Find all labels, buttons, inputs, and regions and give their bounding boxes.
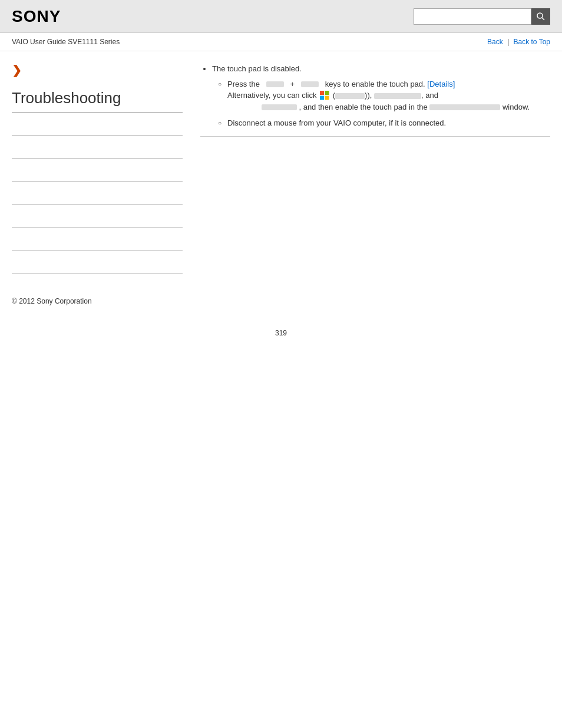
svg-rect-5 [325,95,329,100]
svg-line-1 [542,18,544,20]
back-to-top-link[interactable]: Back to Top [514,38,550,46]
back-link[interactable]: Back [487,38,503,46]
guide-title: VAIO User Guide SVE1111 Series [12,38,120,46]
sidebar-link[interactable] [12,258,183,266]
svg-rect-3 [325,91,329,95]
bullet1-text: The touch pad is disabled. [212,64,302,73]
sub1-alt4-text: , and then enable the touch pad in the w… [227,103,530,111]
sub-list: Press the + keys to enable the touch pad… [212,78,550,129]
list-item: The touch pad is disabled. Press the + k… [212,63,550,129]
footer: © 2012 Sony Corporation [0,285,562,317]
page-number: 319 [0,317,562,349]
sidebar-links [12,113,183,274]
content-divider [200,136,550,137]
sub-list-item-2: Disconnect a mouse from your VAIO comput… [218,117,550,129]
list-item[interactable] [12,182,183,205]
chevron-right-icon: ❯ [12,63,183,77]
header: SONY [0,0,562,33]
search-area [414,8,550,25]
list-item[interactable] [12,159,183,182]
sony-logo: SONY [12,7,61,26]
sidebar-link[interactable] [12,120,183,128]
search-button[interactable] [531,8,550,25]
svg-point-0 [537,13,543,18]
search-input[interactable] [414,8,531,25]
sidebar-link[interactable] [12,143,183,151]
nav-bar: VAIO User Guide SVE1111 Series Back | Ba… [0,33,562,51]
sidebar-link[interactable] [12,166,183,174]
svg-rect-4 [320,95,324,100]
sub1-text: Press the + keys to enable the touch pad… [227,80,427,88]
nav-links: Back | Back to Top [487,38,550,46]
sidebar-link[interactable] [12,189,183,197]
sidebar-title: Troubleshooting [12,89,183,113]
list-item[interactable] [12,228,183,251]
sidebar-link[interactable] [12,212,183,220]
list-item[interactable] [12,113,183,136]
content-area: ❯ Troubleshooting The touch pad is disab… [0,51,562,285]
details-link[interactable]: [Details] [427,80,455,88]
main-content: The touch pad is disabled. Press the + k… [194,63,550,274]
nav-separator: | [507,38,509,46]
search-icon [536,12,546,21]
list-item[interactable] [12,251,183,274]
list-item[interactable] [12,136,183,159]
list-item[interactable] [12,205,183,228]
sidebar-link[interactable] [12,235,183,243]
copyright-text: © 2012 Sony Corporation [12,297,92,305]
sub2-text: Disconnect a mouse from your VAIO comput… [227,118,446,127]
sidebar: ❯ Troubleshooting [12,63,194,274]
windows-icon [320,91,329,100]
content-list: The touch pad is disabled. Press the + k… [200,63,550,129]
sub1-alt-text: Alternatively, you can click () [227,91,438,100]
svg-rect-2 [320,91,324,95]
sub-list-item-1: Press the + keys to enable the touch pad… [218,78,550,113]
